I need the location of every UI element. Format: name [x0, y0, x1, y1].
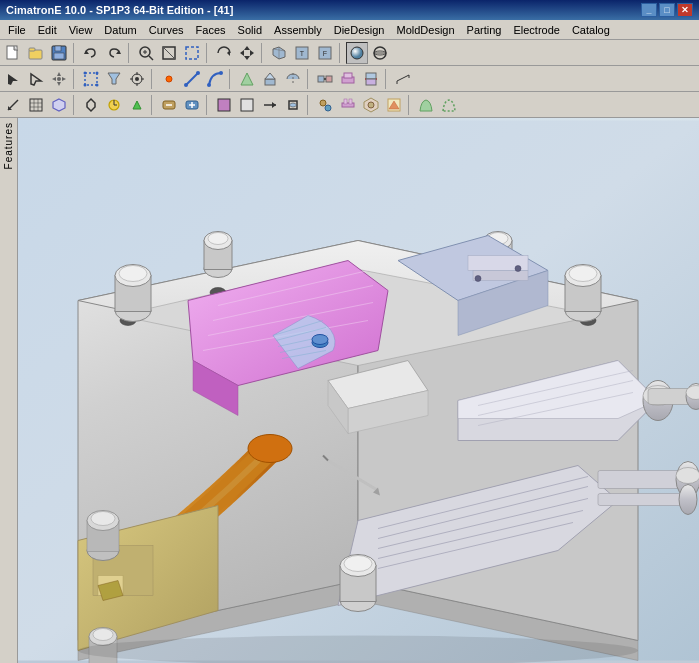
tb3-12[interactable]: [337, 94, 359, 116]
tb2-assemble[interactable]: [314, 68, 336, 90]
tb2-face[interactable]: [236, 68, 258, 90]
sep-8: [229, 69, 233, 89]
menu-datum[interactable]: Datum: [98, 22, 142, 38]
tb3-6[interactable]: [126, 94, 148, 116]
svg-marker-56: [241, 73, 253, 85]
tb3-2[interactable]: [25, 94, 47, 116]
tb2-measure[interactable]: [392, 68, 414, 90]
menu-diedesign[interactable]: DieDesign: [328, 22, 391, 38]
titlebar-controls: _ □ ✕: [641, 3, 693, 17]
svg-point-122: [208, 233, 228, 245]
maximize-button[interactable]: □: [659, 3, 675, 17]
menu-electrode[interactable]: Electrode: [507, 22, 565, 38]
sep-5: [339, 43, 343, 63]
menu-edit[interactable]: Edit: [32, 22, 63, 38]
tb3-8[interactable]: [181, 94, 203, 116]
viewport[interactable]: [18, 118, 699, 663]
svg-marker-34: [57, 72, 61, 76]
tb2-mold[interactable]: [337, 68, 359, 90]
tb-rotate[interactable]: [213, 42, 235, 64]
tb3-10[interactable]: [282, 94, 304, 116]
tb2-arrow[interactable]: [2, 68, 24, 90]
svg-marker-16: [244, 46, 250, 50]
menu-parting[interactable]: Parting: [461, 22, 508, 38]
tb3-16[interactable]: [438, 94, 460, 116]
svg-rect-60: [318, 76, 324, 82]
svg-marker-17: [244, 56, 250, 60]
svg-point-40: [96, 71, 99, 74]
svg-point-45: [135, 77, 139, 81]
tb-view-top[interactable]: T: [291, 42, 313, 64]
svg-marker-35: [57, 82, 61, 86]
tb2-snap[interactable]: [126, 68, 148, 90]
tb3-color2[interactable]: [236, 94, 258, 116]
tb2-filter[interactable]: [103, 68, 125, 90]
features-panel: Features: [0, 118, 18, 663]
tb3-14[interactable]: [383, 94, 405, 116]
tb2-extrude[interactable]: [259, 68, 281, 90]
svg-rect-5: [54, 53, 64, 59]
titlebar: CimatronE 10.0 - SP1P3 64-Bit Edition - …: [0, 0, 699, 20]
tb3-3[interactable]: [48, 94, 70, 116]
sep-15: [408, 95, 412, 115]
svg-rect-67: [366, 79, 376, 85]
tb2-box-select[interactable]: [80, 68, 102, 90]
tb-select[interactable]: [181, 42, 203, 64]
tb2-revolve[interactable]: [282, 68, 304, 90]
tb3-7[interactable]: [158, 94, 180, 116]
tb2-parting[interactable]: [360, 68, 382, 90]
tb-view-front[interactable]: F: [314, 42, 336, 64]
svg-rect-4: [55, 46, 61, 51]
svg-text:T: T: [300, 50, 305, 57]
tb2-move[interactable]: [48, 68, 70, 90]
menu-solid[interactable]: Solid: [232, 22, 268, 38]
tb-save[interactable]: [48, 42, 70, 64]
tb-zoomfit[interactable]: [158, 42, 180, 64]
svg-rect-14: [186, 47, 198, 59]
tb2-select-arrow[interactable]: [25, 68, 47, 90]
svg-point-50: [166, 76, 172, 82]
tb-pan[interactable]: [236, 42, 258, 64]
menu-catalog[interactable]: Catalog: [566, 22, 616, 38]
menu-curves[interactable]: Curves: [143, 22, 190, 38]
tb3-5[interactable]: [103, 94, 125, 116]
tb3-color1[interactable]: [213, 94, 235, 116]
svg-point-52: [184, 83, 188, 87]
tb-open[interactable]: [25, 42, 47, 64]
close-button[interactable]: ✕: [677, 3, 693, 17]
tb-new[interactable]: [2, 42, 24, 64]
tb-shade[interactable]: [346, 42, 368, 64]
tb2-point[interactable]: [158, 68, 180, 90]
tb-wireframe[interactable]: [369, 42, 391, 64]
tb3-1[interactable]: [2, 94, 24, 116]
tb3-9[interactable]: [259, 94, 281, 116]
tb-view-iso[interactable]: [268, 42, 290, 64]
menu-assembly[interactable]: Assembly: [268, 22, 328, 38]
svg-rect-180: [473, 271, 528, 281]
tb-redo[interactable]: [103, 42, 125, 64]
menu-file[interactable]: File: [2, 22, 32, 38]
svg-rect-95: [344, 99, 347, 104]
svg-point-53: [196, 71, 200, 75]
svg-marker-37: [62, 77, 66, 81]
tb2-line[interactable]: [181, 68, 203, 90]
svg-marker-79: [87, 99, 95, 111]
tb2-curve[interactable]: [204, 68, 226, 90]
tb3-15[interactable]: [415, 94, 437, 116]
tb3-4[interactable]: [80, 94, 102, 116]
tb-zoom[interactable]: [135, 42, 157, 64]
tb3-13[interactable]: [360, 94, 382, 116]
svg-marker-32: [31, 74, 41, 85]
menu-faces[interactable]: Faces: [190, 22, 232, 38]
menu-molddesign[interactable]: MoldDesign: [390, 22, 460, 38]
tb-undo[interactable]: [80, 42, 102, 64]
svg-point-27: [351, 47, 363, 59]
svg-line-9: [149, 56, 153, 60]
svg-rect-166: [598, 471, 688, 489]
menu-view[interactable]: View: [63, 22, 99, 38]
tb3-11[interactable]: [314, 94, 336, 116]
svg-point-41: [84, 83, 87, 86]
svg-marker-18: [240, 50, 244, 56]
svg-rect-96: [349, 99, 352, 104]
minimize-button[interactable]: _: [641, 3, 657, 17]
